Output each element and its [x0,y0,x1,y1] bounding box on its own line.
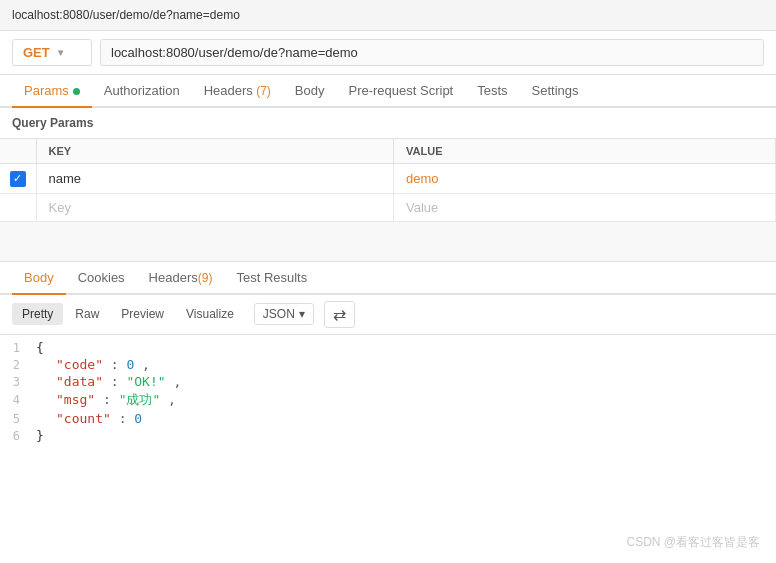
json-format-select[interactable]: JSON ▾ [254,303,314,325]
response-tab-test-results[interactable]: Test Results [224,262,319,295]
tab-authorization[interactable]: Authorization [92,75,192,108]
json-line-2: 2 "code" : 0 , [0,356,776,373]
format-tab-raw[interactable]: Raw [65,303,109,325]
wrap-button[interactable]: ⇄ [324,301,355,328]
response-tab-cookies[interactable]: Cookies [66,262,137,295]
response-headers-badge: (9) [198,271,213,285]
json-output: 1 { 2 "code" : 0 , 3 "data" : "OK!" , 4 [0,335,776,448]
json-line-1: 1 { [0,339,776,356]
json-line-5: 5 "count" : 0 [0,410,776,427]
response-tabs-row: Body Cookies Headers(9) Test Results [0,262,776,295]
table-row: ✓ name demo [0,164,776,194]
tab-prerequest[interactable]: Pre-request Script [336,75,465,108]
query-params-label: Query Params [0,108,776,139]
json-line-4: 4 "msg" : "成功" , [0,390,776,410]
method-label: GET [23,45,50,60]
col-key: KEY [36,139,394,164]
checkbox-icon: ✓ [10,171,26,187]
tab-params[interactable]: Params [12,75,92,108]
row-check[interactable]: ✓ [0,164,36,194]
url-input[interactable] [100,39,764,66]
col-value: VALUE [394,139,776,164]
top-bar-url: localhost:8080/user/demo/de?name=demo [12,8,240,22]
format-tabs-row: Pretty Raw Preview Visualize JSON ▾ ⇄ [0,295,776,335]
url-bar: GET ▾ [0,31,776,75]
table-row-placeholder: Key Value [0,193,776,221]
row-key[interactable]: name [36,164,394,194]
json-line-3: 3 "data" : "OK!" , [0,373,776,390]
json-line-6: 6 } [0,427,776,444]
watermark: CSDN @看客过客皆是客 [626,534,760,551]
headers-badge: (7) [253,84,271,98]
format-tab-preview[interactable]: Preview [111,303,174,325]
tab-body[interactable]: Body [283,75,337,108]
placeholder-check [0,193,36,221]
method-chevron: ▾ [58,47,63,58]
tab-tests[interactable]: Tests [465,75,519,108]
top-bar: localhost:8080/user/demo/de?name=demo [0,0,776,31]
panel-spacer [0,222,776,262]
response-tab-body[interactable]: Body [12,262,66,295]
row-value[interactable]: demo [394,164,776,194]
json-format-label: JSON [263,307,295,321]
params-dot [73,88,80,95]
request-tabs-row: Params Authorization Headers (7) Body Pr… [0,75,776,108]
format-tab-pretty[interactable]: Pretty [12,303,63,325]
tab-headers[interactable]: Headers (7) [192,75,283,108]
json-format-chevron: ▾ [299,307,305,321]
format-tab-visualize[interactable]: Visualize [176,303,244,325]
placeholder-key[interactable]: Key [36,193,394,221]
response-tab-headers[interactable]: Headers(9) [137,262,225,295]
tab-settings[interactable]: Settings [520,75,591,108]
placeholder-value[interactable]: Value [394,193,776,221]
col-check [0,139,36,164]
app-container: localhost:8080/user/demo/de?name=demo GE… [0,0,776,563]
params-table: KEY VALUE ✓ name demo Key Value [0,139,776,222]
method-select[interactable]: GET ▾ [12,39,92,66]
